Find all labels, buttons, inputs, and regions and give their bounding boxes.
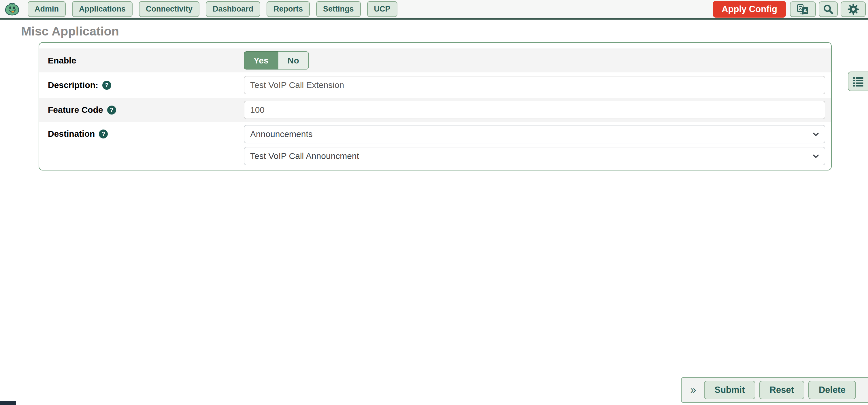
description-control [244,76,825,94]
feature-code-control [244,101,825,119]
destination-row: Destination ? Announcements Test VoIP Ca… [39,122,831,168]
footer-corner [0,401,16,405]
enable-label-text: Enable [48,56,76,65]
description-label-text: Description: [48,80,98,90]
destination-help-icon[interactable]: ? [99,129,108,139]
description-row: Description: ? [39,73,831,98]
gear-icon [847,3,859,15]
destination-label: Destination ? [48,129,244,139]
freepbx-frog-logo[interactable] [4,1,20,17]
enable-control: Yes No [244,51,825,69]
nav-item-ucp[interactable]: UCP [367,1,397,17]
chevron-down-icon [811,130,820,141]
enable-row: Enable Yes No [39,49,831,73]
submit-button[interactable]: Submit [704,381,755,399]
search-button[interactable] [819,1,838,17]
destination-label-text: Destination [48,129,95,139]
enable-no-button[interactable]: No [278,51,309,69]
language-translate-icon: A [797,3,809,15]
destination-category-select[interactable]: Announcements [244,125,825,143]
nav-item-admin[interactable]: Admin [28,1,66,17]
destination-control: Announcements Test VoIP Call Announcment [244,125,825,165]
misc-application-form: Enable Yes No Description: ? [39,42,832,171]
nav-item-reports[interactable]: Reports [267,1,310,17]
nav-item-dashboard[interactable]: Dashboard [206,1,260,17]
feature-code-help-icon[interactable]: ? [107,106,116,115]
nav-item-connectivity[interactable]: Connectivity [139,1,199,17]
destination-target-value: Test VoIP Call Announcment [250,151,359,161]
collapse-actions-button[interactable]: » [688,384,698,396]
navbar-right-group: Apply Config A [713,1,866,18]
chevron-down-icon [811,152,820,163]
feature-code-input[interactable] [244,101,825,119]
feature-code-label-text: Feature Code [48,105,103,115]
nav-item-applications[interactable]: Applications [72,1,132,17]
reset-button[interactable]: Reset [760,381,804,399]
list-icon [852,75,864,87]
svg-text:A: A [803,8,807,13]
destination-category-value: Announcements [250,129,313,139]
form-action-bar: » Submit Reset Delete [681,377,868,403]
enable-toggle: Yes No [244,51,309,69]
frog-icon [4,1,20,17]
destination-target-select[interactable]: Test VoIP Call Announcment [244,147,825,165]
settings-gear-button[interactable] [841,1,866,17]
description-input[interactable] [244,76,825,94]
enable-yes-button[interactable]: Yes [244,51,278,69]
nav-item-settings[interactable]: Settings [316,1,361,17]
description-help-icon[interactable]: ? [102,81,111,90]
feature-code-row: Feature Code ? [39,98,831,122]
feature-code-label: Feature Code ? [48,105,244,115]
top-navbar: Admin Applications Connectivity Dashboar… [0,0,868,18]
apply-config-button[interactable]: Apply Config [713,1,786,18]
enable-label: Enable [48,56,244,65]
page-title: Misc Application [21,24,868,38]
search-icon [823,4,834,15]
language-button[interactable]: A [790,1,816,17]
freepbx-admin-screen: Admin Applications Connectivity Dashboar… [0,0,868,405]
description-label: Description: ? [48,80,244,90]
sidebar-list-button[interactable] [848,71,868,91]
delete-button[interactable]: Delete [808,381,856,399]
